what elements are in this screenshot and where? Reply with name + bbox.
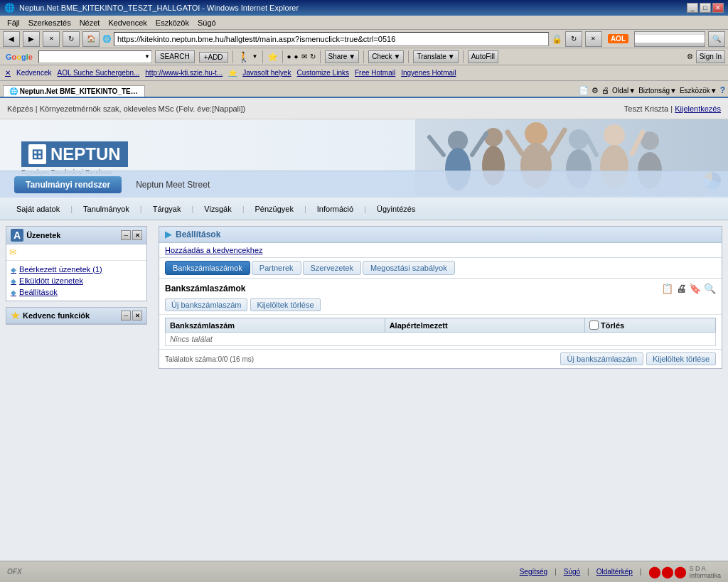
aol-button[interactable]: AOL — [605, 35, 631, 43]
svg-point-1 — [448, 131, 468, 151]
print-icon[interactable]: 🖨 — [601, 86, 609, 95]
sub-tab-bankszamla[interactable]: Bankszámlaszámok — [165, 261, 250, 275]
inbox-link[interactable]: ◆ Beérkezett üzenetek (1) — [11, 264, 142, 275]
security-label[interactable]: Biztonság▼ — [638, 87, 677, 95]
help-icon[interactable]: ? — [720, 85, 725, 95]
delete-selected-btn[interactable]: Kijelöltek törlése — [250, 298, 320, 311]
messages-header: A Üzenetek ─ ✕ — [6, 227, 146, 244]
sugo-link[interactable]: Súgó — [564, 568, 580, 576]
dropdown-icon-1[interactable]: ▼ — [252, 53, 258, 60]
menu-file[interactable]: Fájl — [3, 18, 24, 27]
address-bar: ◀ ▶ ✕ ↻ 🏠 🌐 🔒 ↻ ✕ AOL 🔍 — [0, 30, 728, 48]
menu-tools[interactable]: Eszközök — [151, 18, 193, 27]
google-search-wrapper[interactable]: ▼ — [38, 50, 152, 63]
footer-new-btn[interactable]: Új bankszámlaszám — [560, 352, 643, 365]
nav-vizsgak[interactable]: Vizsgák — [195, 201, 240, 217]
nav-penzugyek[interactable]: Pénzügyek — [246, 201, 303, 217]
nav-ugyintezés[interactable]: Ügyintézés — [368, 201, 424, 217]
nav-targyak[interactable]: Tárgyak — [144, 201, 191, 217]
refresh2-button[interactable]: ↻ — [565, 31, 582, 47]
menu-view[interactable]: Nézet — [75, 18, 105, 27]
share-button[interactable]: Share▼ — [325, 50, 360, 63]
menu-edit[interactable]: Szerkesztés — [24, 18, 75, 27]
page-label[interactable]: Oldal▼ — [612, 87, 636, 95]
check-button[interactable]: Check▼ — [368, 50, 404, 63]
ofx-logo: OFX — [7, 568, 22, 576]
x-close-icon[interactable]: ✕ — [3, 69, 13, 77]
messages-body: ◆ Beérkezett üzenetek (1) ◆ Elküldött üz… — [6, 261, 146, 301]
home-button[interactable]: 🏠 — [82, 31, 100, 47]
link-customize[interactable]: Customize Links — [295, 69, 351, 77]
signin-button[interactable]: Sign In — [696, 50, 725, 63]
neptun-meet-tab[interactable]: Neptun Meet Street — [129, 176, 217, 193]
tools-label[interactable]: Eszközök▼ — [680, 87, 717, 95]
toolbar-sep-1 — [232, 50, 233, 63]
svg-point-7 — [569, 129, 589, 149]
add-label[interactable]: +ADD — [199, 52, 228, 63]
segitseg-link[interactable]: Segítség — [520, 568, 547, 576]
table-area: Bankszámlaszám Alapértelmezett Törlés — [159, 315, 722, 349]
tab-toolbar-icons: 📄 ⚙ 🖨 Oldal▼ Biztonság▼ Eszközök▼ ? — [579, 85, 725, 97]
sub-tab-szervezetek[interactable]: Szervezetek — [303, 261, 362, 275]
select-all-checkbox[interactable] — [589, 320, 599, 330]
print-section-icon[interactable]: 🖨 — [676, 283, 686, 294]
nav-tanulmanyok[interactable]: Tanulmányok — [74, 201, 139, 217]
export-icon[interactable]: 📋 — [661, 283, 673, 294]
close-button[interactable]: ✕ — [712, 3, 724, 13]
google-search-input[interactable] — [41, 51, 144, 63]
panel-title-bar: ▶ Beállítások — [159, 227, 722, 243]
link-hotmail[interactable]: Free Hotmail — [353, 69, 397, 77]
nav-sep-2: | — [140, 205, 142, 213]
autofill-button[interactable]: AutoFill — [468, 50, 498, 63]
add-button[interactable]: +ADD — [199, 53, 228, 61]
link-javasolt[interactable]: Javasolt helyek — [240, 69, 293, 77]
refresh-button[interactable]: ↻ — [63, 31, 80, 47]
section-title-row: Bankszámlaszámok 📋 🖨 🔖 🔍 — [159, 279, 722, 296]
translate-button[interactable]: Translate▼ — [413, 50, 458, 63]
favorites-close-btn[interactable]: ✕ — [132, 311, 142, 320]
refresh-icon[interactable]: ↻ — [310, 53, 316, 60]
new-bankaccount-btn[interactable]: Új bankszámlaszám — [165, 298, 247, 311]
search-address-input[interactable] — [634, 31, 705, 47]
menu-favorites[interactable]: Kedvencek — [104, 18, 151, 27]
forward-button[interactable]: ▶ — [23, 31, 40, 47]
menu-help[interactable]: Súgó — [193, 18, 220, 27]
minimize-button[interactable]: _ — [687, 3, 698, 13]
circle2-icon: ● — [294, 53, 299, 60]
settings-link[interactable]: ◆ Beállítások — [11, 286, 142, 298]
tanulmanyi-rendszer-tab[interactable]: Tanulmányi rendszer — [14, 176, 122, 193]
sent-link[interactable]: ◆ Elküldött üzenetek — [11, 275, 142, 286]
stop2-button[interactable]: ✕ — [585, 31, 602, 47]
link-kti[interactable]: http://www-kti.szie.hu-t... — [143, 69, 225, 77]
page-icon[interactable]: 📄 — [579, 86, 589, 95]
browser-tab-active[interactable]: 🌐 Neptun.Net BME_KITEKINTO_TESZT_HALLGA.… — [3, 85, 145, 97]
stop-button[interactable]: ✕ — [43, 31, 60, 47]
search-address-field[interactable] — [635, 35, 705, 43]
logout-link[interactable]: Kijelentkezés — [675, 104, 721, 113]
ofx-text: OFX — [7, 568, 22, 576]
sub-tab-megosztasi[interactable]: Megosztási szabályok — [363, 261, 455, 275]
messages-minimize-btn[interactable]: ─ — [121, 230, 131, 240]
toolbar-settings-icon[interactable]: ⚙ — [687, 53, 693, 60]
maximize-button[interactable]: □ — [700, 3, 711, 13]
search-section-icon[interactable]: 🔍 — [704, 283, 716, 294]
oldalterkep-link[interactable]: Oldaltérkép — [596, 568, 633, 576]
nav-sajat-adatok[interactable]: Saját adatok — [7, 201, 69, 217]
favorites-minimize-btn[interactable]: ─ — [121, 311, 131, 320]
search-go-button[interactable]: 🔍 — [708, 31, 725, 47]
tab-settings-icon[interactable]: ⚙ — [592, 86, 599, 95]
address-input[interactable] — [114, 32, 549, 46]
back-button[interactable]: ◀ — [3, 31, 20, 47]
footer-delete-btn[interactable]: Kijelöltek törlése — [646, 352, 716, 365]
fav-link[interactable]: Hozzáadás a kedvencekhez — [159, 243, 722, 258]
sub-tab-partnerek[interactable]: Partnerek — [252, 261, 301, 275]
link-aol[interactable]: AOL Suche Suchergebn... — [55, 69, 141, 77]
search-dropdown-icon[interactable]: ▼ — [144, 53, 150, 60]
bookmark-icon[interactable]: 🔖 — [689, 283, 701, 294]
link-ingyenes[interactable]: Ingyenes Hotmail — [399, 69, 458, 77]
nav-informacio[interactable]: Információ — [308, 201, 363, 217]
status-bar: OFX Segítség | Súgó | Oldaltérkép | ⬤⬤⬤ … — [0, 561, 728, 582]
suggested-icon[interactable]: ⭐ — [226, 69, 239, 77]
messages-close-btn[interactable]: ✕ — [132, 230, 142, 240]
search-button[interactable]: SEARCH — [155, 50, 195, 63]
